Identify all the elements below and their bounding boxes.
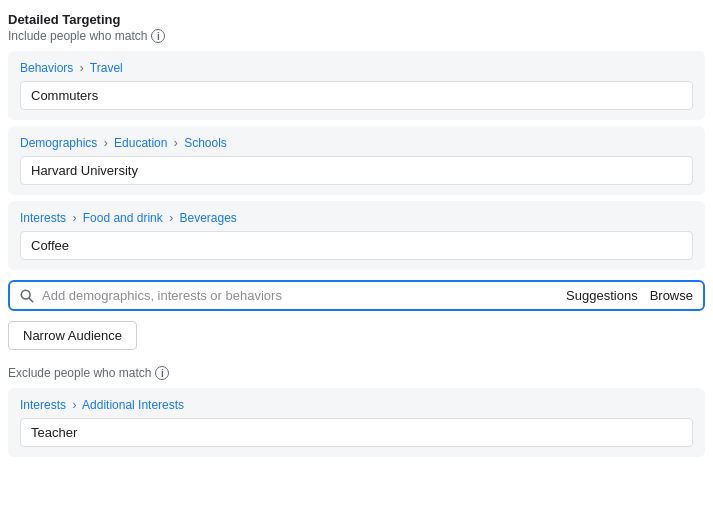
breadcrumb-link-additional-interests[interactable]: Additional Interests bbox=[82, 398, 184, 412]
targeting-groups-include: Behaviors › Travel Commuters Demographic… bbox=[8, 51, 705, 270]
section-title: Detailed Targeting bbox=[8, 12, 705, 27]
include-info-icon[interactable]: i bbox=[151, 29, 165, 43]
breadcrumb-demographics-education-schools: Demographics › Education › Schools bbox=[20, 136, 693, 150]
targeting-search-bar[interactable]: Suggestions Browse bbox=[8, 280, 705, 311]
targeting-block-interests-additional: Interests › Additional Interests Teacher bbox=[8, 388, 705, 457]
breadcrumb-link-behaviors[interactable]: Behaviors bbox=[20, 61, 73, 75]
exclude-subtitle: Exclude people who match i bbox=[8, 366, 705, 380]
search-icon bbox=[20, 289, 34, 303]
narrow-audience-button[interactable]: Narrow Audience bbox=[8, 321, 137, 350]
breadcrumb-link-education[interactable]: Education bbox=[114, 136, 167, 150]
tag-teacher: Teacher bbox=[20, 418, 693, 447]
targeting-block-behaviors-travel: Behaviors › Travel Commuters bbox=[8, 51, 705, 120]
targeting-block-interests-beverages: Interests › Food and drink › Beverages C… bbox=[8, 201, 705, 270]
breadcrumb-interests-beverages: Interests › Food and drink › Beverages bbox=[20, 211, 693, 225]
suggestions-link[interactable]: Suggestions bbox=[566, 288, 638, 303]
breadcrumb-link-beverages[interactable]: Beverages bbox=[179, 211, 236, 225]
targeting-block-demographics-education-schools: Demographics › Education › Schools Harva… bbox=[8, 126, 705, 195]
search-input[interactable] bbox=[42, 288, 558, 303]
breadcrumb-link-interests[interactable]: Interests bbox=[20, 211, 66, 225]
tag-harvard: Harvard University bbox=[20, 156, 693, 185]
breadcrumb-link-schools[interactable]: Schools bbox=[184, 136, 227, 150]
include-subtitle: Include people who match i bbox=[8, 29, 705, 43]
breadcrumb-link-demographics[interactable]: Demographics bbox=[20, 136, 97, 150]
breadcrumb-behaviors-travel: Behaviors › Travel bbox=[20, 61, 693, 75]
breadcrumb-interests-additional: Interests › Additional Interests bbox=[20, 398, 693, 412]
breadcrumb-link-food-drink[interactable]: Food and drink bbox=[83, 211, 163, 225]
browse-link[interactable]: Browse bbox=[650, 288, 693, 303]
search-action-buttons: Suggestions Browse bbox=[566, 288, 693, 303]
breadcrumb-link-interests-exclude[interactable]: Interests bbox=[20, 398, 66, 412]
svg-line-1 bbox=[29, 298, 33, 302]
breadcrumb-link-travel[interactable]: Travel bbox=[90, 61, 123, 75]
detailed-targeting-header: Detailed Targeting Include people who ma… bbox=[8, 12, 705, 43]
tag-coffee: Coffee bbox=[20, 231, 693, 260]
tag-commuters: Commuters bbox=[20, 81, 693, 110]
exclude-section: Exclude people who match i Interests › A… bbox=[8, 366, 705, 457]
exclude-info-icon[interactable]: i bbox=[155, 366, 169, 380]
